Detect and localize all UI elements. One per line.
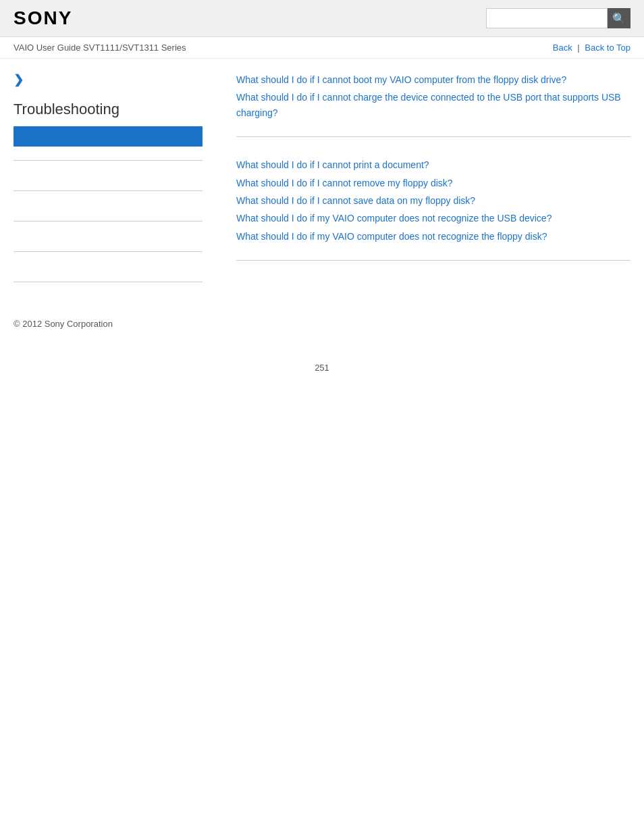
nav-separator: | xyxy=(577,43,582,53)
sony-logo: SONY xyxy=(14,7,72,29)
sidebar-placeholder-1 xyxy=(14,170,203,181)
content-section-2: What should I do if I cannot print a doc… xyxy=(236,157,630,261)
back-to-top-link[interactable]: Back to Top xyxy=(585,43,630,53)
sidebar-divider-1 xyxy=(14,160,203,161)
sidebar-placeholder-3 xyxy=(14,231,203,242)
content-link-3[interactable]: What should I do if I cannot print a doc… xyxy=(236,157,630,172)
sidebar-divider-3 xyxy=(14,221,203,221)
sidebar-divider-2 xyxy=(14,190,203,191)
copyright-text: © 2012 Sony Corporation xyxy=(14,319,113,329)
content-link-5[interactable]: What should I do if I cannot save data o… xyxy=(236,193,630,208)
search-button[interactable]: 🔍 xyxy=(608,8,630,28)
sidebar-chevron-icon: ❯ xyxy=(14,72,203,87)
footer: © 2012 Sony Corporation xyxy=(0,305,644,342)
sidebar-highlight-bar xyxy=(14,126,203,147)
main-container: ❯ Troubleshooting What should I do if I … xyxy=(0,59,644,305)
header: SONY 🔍 xyxy=(0,0,644,37)
breadcrumb-bar: VAIO User Guide SVT1111/SVT1311 Series B… xyxy=(0,37,644,59)
back-to-top-label: Back to Top xyxy=(585,43,630,53)
nav-links: Back | Back to Top xyxy=(553,43,630,53)
content-link-2[interactable]: What should I do if I cannot charge the … xyxy=(236,90,630,120)
sidebar-placeholder-2 xyxy=(14,201,203,211)
sidebar-title: Troubleshooting xyxy=(14,101,203,118)
page-number: 251 xyxy=(0,342,644,393)
sidebar-placeholder-4 xyxy=(14,261,203,272)
content-link-7[interactable]: What should I do if my VAIO computer doe… xyxy=(236,229,630,244)
sidebar-divider-5 xyxy=(14,282,203,282)
content-section-1: What should I do if I cannot boot my VAI… xyxy=(236,72,630,137)
search-icon: 🔍 xyxy=(612,12,626,25)
back-link[interactable]: Back xyxy=(553,43,572,53)
search-input[interactable] xyxy=(486,8,608,28)
content-area: What should I do if I cannot boot my VAI… xyxy=(216,72,630,292)
sidebar: ❯ Troubleshooting xyxy=(14,72,216,292)
sidebar-divider-4 xyxy=(14,251,203,252)
content-link-1[interactable]: What should I do if I cannot boot my VAI… xyxy=(236,72,630,87)
content-link-6[interactable]: What should I do if my VAIO computer doe… xyxy=(236,211,630,226)
search-area: 🔍 xyxy=(486,8,630,28)
guide-title: VAIO User Guide SVT1111/SVT1311 Series xyxy=(14,43,186,53)
content-link-4[interactable]: What should I do if I cannot remove my f… xyxy=(236,176,630,190)
